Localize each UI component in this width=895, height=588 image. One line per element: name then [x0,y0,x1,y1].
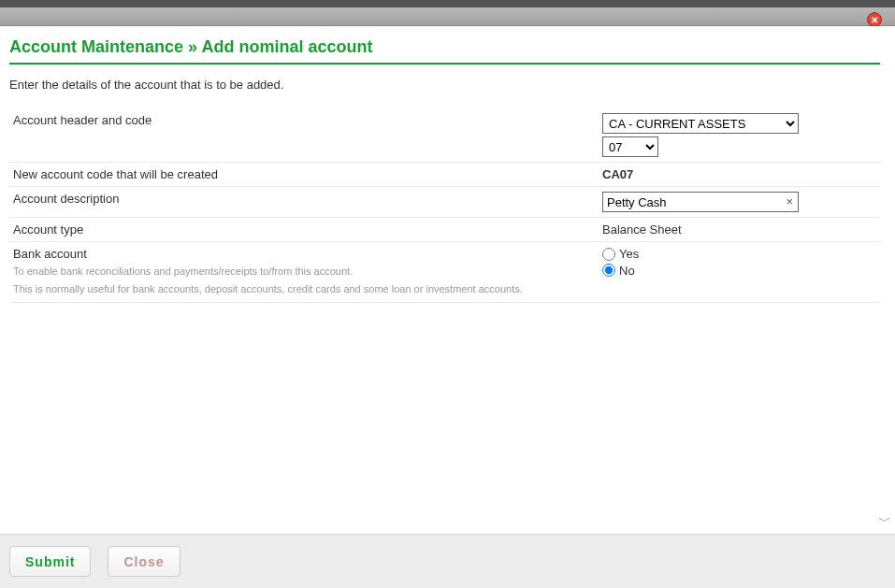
breadcrumb-main: Account Maintenance [9,37,183,56]
scroll-down-icon[interactable]: ﹀ [878,513,891,530]
bank-no-label[interactable]: No [602,264,635,278]
footer-bar: Submit Close [0,534,895,588]
row-account-header-code: Account header and code CA - CURRENT ASS… [9,108,880,163]
label-account-description: Account description [9,187,599,218]
clear-input-icon[interactable]: × [786,194,793,208]
label-new-account-code: New account code that will be created [9,163,599,187]
intro-text: Enter the details of the account that is… [9,78,880,92]
form-table: Account header and code CA - CURRENT ASS… [9,108,880,303]
help-bank-account-2: This is normally useful for bank account… [13,282,595,296]
account-code-select[interactable]: 07 [602,136,658,157]
bank-yes-radio[interactable] [602,248,615,261]
bank-account-radio-group: Yes No [602,247,876,280]
bank-no-radio[interactable] [602,264,615,277]
close-icon[interactable]: ✕ [867,12,882,27]
bank-yes-label[interactable]: Yes [602,247,639,261]
breadcrumb-sub: Add nominal account [201,37,372,56]
row-account-description: Account description × [9,187,880,218]
row-new-account-code: New account code that will be created CA… [9,163,880,187]
page-title: Account Maintenance » Add nominal accoun… [9,37,880,65]
window-title-bar: ✕ [0,7,895,26]
content-area: Account Maintenance » Add nominal accoun… [0,26,895,534]
window-top-strip [0,0,895,7]
account-header-select[interactable]: CA - CURRENT ASSETS [602,113,799,134]
value-account-type: Balance Sheet [602,222,682,237]
submit-button[interactable]: Submit [9,546,91,577]
label-bank-account: Bank account [13,247,595,261]
label-account-type: Account type [9,218,599,242]
value-new-account-code: CA07 [602,167,633,181]
close-button[interactable]: Close [108,546,180,577]
row-account-type: Account type Balance Sheet [9,218,880,242]
breadcrumb-separator: » [188,37,197,56]
account-description-input[interactable] [602,192,799,212]
help-bank-account-1: To enable bank reconciliations and payme… [13,265,595,279]
label-account-header-code: Account header and code [9,108,599,163]
row-bank-account: Bank account To enable bank reconciliati… [9,242,880,303]
